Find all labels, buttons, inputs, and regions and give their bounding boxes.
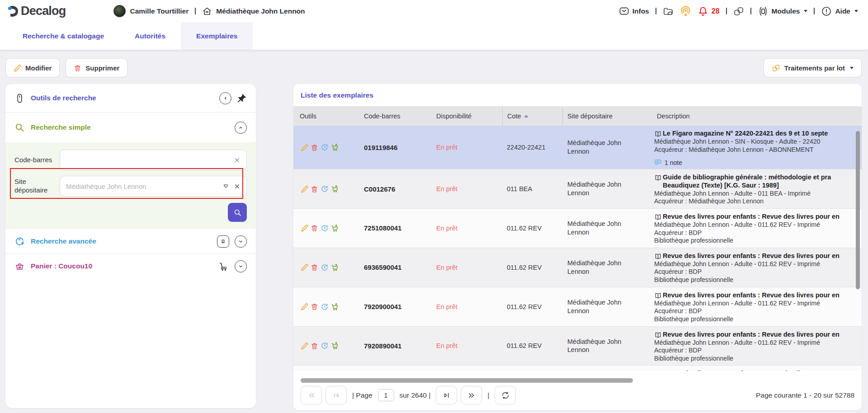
barcode-value: 019119846 bbox=[364, 144, 397, 151]
advanced-search-icon bbox=[14, 236, 25, 247]
history-item-icon[interactable] bbox=[321, 342, 329, 350]
table-row[interactable]: 7920890041En prêt011.62 REVMédiathèque J… bbox=[293, 327, 862, 366]
tab-exemplaires[interactable]: Exemplaires bbox=[181, 22, 253, 50]
horizontal-scrollbar[interactable] bbox=[301, 378, 633, 383]
traitements-par-lot-button[interactable]: Traitements par lot bbox=[764, 58, 862, 77]
note-badge[interactable]: 1 note bbox=[654, 159, 862, 166]
infos-button[interactable]: Infos bbox=[619, 6, 649, 16]
edit-item-icon[interactable] bbox=[301, 342, 308, 350]
edit-item-icon[interactable] bbox=[301, 185, 308, 193]
column-disponibilite[interactable]: Disponibilité bbox=[432, 107, 502, 126]
site-depositaire-input[interactable] bbox=[66, 183, 218, 190]
tab-bar: Recherche & catalogage Autorités Exempla… bbox=[0, 22, 868, 50]
recherche-simple-header[interactable]: Recherche simple bbox=[5, 113, 256, 142]
clear-icon[interactable] bbox=[234, 157, 241, 164]
code-barres-input[interactable] bbox=[66, 156, 230, 164]
add-to-cart-icon[interactable] bbox=[331, 263, 339, 272]
header-separator bbox=[814, 8, 815, 14]
table-row[interactable]: 7920910041En prêt011.62 REVMédiathèque J… bbox=[293, 366, 862, 371]
edit-item-icon[interactable] bbox=[301, 303, 308, 310]
panier-header[interactable]: Panier : Coucou10 bbox=[5, 254, 256, 278]
edit-item-icon[interactable] bbox=[301, 224, 308, 232]
item-description-line: Acquéreur : BDP bbox=[654, 229, 862, 237]
table-row[interactable]: 019119846En prêt22420-22421Médiathèque J… bbox=[293, 126, 862, 169]
history-item-icon[interactable] bbox=[321, 224, 329, 232]
first-page-button[interactable] bbox=[301, 386, 322, 404]
user-menu[interactable]: Camille Tourtillier bbox=[113, 5, 189, 17]
page-number-input[interactable] bbox=[378, 389, 394, 401]
table-row[interactable]: 7251080041En prêt011.62 REVMédiathèque J… bbox=[293, 209, 862, 248]
code-barres-field-wrap bbox=[60, 150, 247, 170]
column-cote[interactable]: Cote bbox=[502, 107, 563, 126]
modules-menu[interactable]: Modules bbox=[758, 6, 808, 17]
modifier-button[interactable]: Modifier bbox=[5, 58, 60, 77]
site-depositaire-field-wrap bbox=[60, 176, 247, 197]
pin-icon[interactable] bbox=[237, 93, 247, 103]
clear-icon[interactable] bbox=[234, 183, 241, 190]
item-description-line: Acquéreur : Médiathèque John Lennon bbox=[654, 197, 862, 206]
table-row[interactable]: C0012676En prêt011 BEAMédiathèque John L… bbox=[293, 169, 862, 209]
decalog-logo[interactable]: Decalog bbox=[6, 4, 66, 18]
recherche-avancee-header[interactable]: Recherche avancée bbox=[5, 229, 256, 253]
delete-item-icon[interactable] bbox=[311, 342, 318, 350]
exemplaires-list-panel: Liste des exemplaires Outils Code-barres… bbox=[293, 84, 862, 410]
search-submit-button[interactable] bbox=[228, 203, 247, 222]
last-page-button[interactable] bbox=[461, 386, 482, 404]
tab-recherche-catalogage[interactable]: Recherche & catalogage bbox=[7, 22, 119, 50]
files-button[interactable] bbox=[663, 6, 674, 17]
add-to-cart-icon[interactable] bbox=[331, 185, 339, 193]
table-row[interactable]: 7920900041En prêt011.62 REVMédiathèque J… bbox=[293, 287, 862, 327]
row-tools bbox=[293, 248, 359, 287]
folder-cloud-icon bbox=[663, 6, 674, 17]
aide-menu[interactable]: Aide bbox=[821, 6, 858, 17]
supprimer-button[interactable]: Supprimer bbox=[66, 58, 127, 77]
cote-value: 011.62 REV bbox=[507, 225, 542, 232]
notification-count: 28 bbox=[712, 7, 720, 15]
column-code-barres[interactable]: Code-barres bbox=[359, 107, 432, 126]
column-site-depositaire[interactable]: Site dépositaire bbox=[563, 107, 652, 126]
column-description[interactable]: Description bbox=[652, 107, 862, 126]
delete-item-icon[interactable] bbox=[311, 224, 318, 232]
broadcast-button[interactable] bbox=[680, 5, 691, 17]
history-item-icon[interactable] bbox=[321, 143, 329, 151]
expand-section-button[interactable] bbox=[235, 260, 247, 272]
delete-item-icon[interactable] bbox=[311, 263, 318, 271]
delete-item-icon[interactable] bbox=[311, 144, 318, 151]
item-title: Le Figaro magazine N° 22420-22421 des 9 … bbox=[663, 130, 828, 138]
item-description-line: Bibliothèque professionnelle bbox=[654, 276, 862, 284]
vertical-scrollbar[interactable] bbox=[856, 131, 860, 289]
expand-section-button[interactable] bbox=[235, 235, 247, 248]
collapse-panel-button[interactable] bbox=[219, 92, 231, 104]
links-button[interactable] bbox=[733, 6, 744, 17]
notifications-button[interactable]: 28 bbox=[698, 6, 720, 17]
add-to-cart-icon[interactable] bbox=[331, 303, 339, 311]
next-page-button[interactable] bbox=[436, 386, 457, 404]
previous-page-button[interactable] bbox=[326, 386, 347, 404]
add-to-cart-icon[interactable] bbox=[331, 224, 339, 232]
item-title: Revue des livres pour enfants : Revue de… bbox=[663, 213, 840, 221]
infos-label: Infos bbox=[632, 7, 649, 15]
library-menu[interactable]: Médiathèque John Lennon bbox=[202, 6, 305, 16]
table-row[interactable]: 6936590041En prêt011.62 REVMédiathèque J… bbox=[293, 248, 862, 287]
saved-searches-button[interactable] bbox=[217, 235, 229, 248]
delete-item-icon[interactable] bbox=[311, 303, 318, 310]
book-icon bbox=[654, 213, 662, 221]
page-label: | Page bbox=[352, 391, 373, 399]
history-item-icon[interactable] bbox=[321, 263, 329, 272]
add-to-cart-icon[interactable] bbox=[331, 143, 339, 151]
cart-icon[interactable] bbox=[218, 261, 229, 272]
refresh-button[interactable] bbox=[495, 386, 516, 404]
item-description-line: Médiathèque John Lennon - Adulte - 011.6… bbox=[654, 300, 862, 308]
history-item-icon[interactable] bbox=[321, 303, 329, 311]
barcode-value: C0012676 bbox=[364, 185, 395, 193]
edit-item-icon[interactable] bbox=[301, 144, 308, 151]
recherche-avancee-title: Recherche avancée bbox=[31, 237, 96, 245]
add-to-cart-icon[interactable] bbox=[331, 342, 339, 350]
tab-autorites[interactable]: Autorités bbox=[119, 22, 181, 50]
edit-item-icon[interactable] bbox=[301, 263, 308, 271]
delete-item-icon[interactable] bbox=[311, 185, 318, 193]
collapse-section-button[interactable] bbox=[235, 122, 247, 134]
dropdown-triangle-icon[interactable] bbox=[222, 183, 230, 190]
availability-status: En prêt bbox=[436, 185, 458, 192]
history-item-icon[interactable] bbox=[321, 185, 329, 193]
